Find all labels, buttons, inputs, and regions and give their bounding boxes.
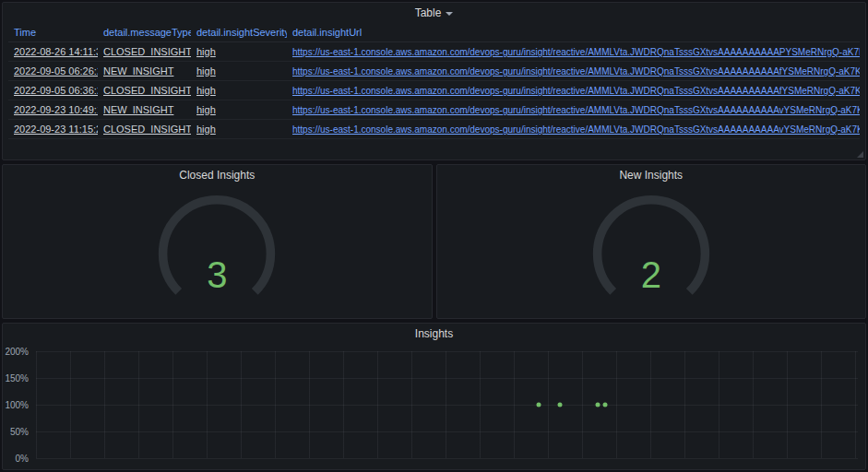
y-axis: 200%150%100%50%0% <box>3 351 30 458</box>
cell-time-link[interactable]: 2022-08-26 14:11:30 <box>14 46 98 57</box>
grid-line-horizontal <box>36 351 858 352</box>
table-row: 2022-09-23 11:15:29 CLOSED_INSIGHT high … <box>8 120 860 139</box>
cell-message-type-link[interactable]: NEW_INSIGHT <box>103 65 173 77</box>
new-insights-title: New Insights <box>619 169 683 182</box>
column-header-insight-url[interactable]: detail.insightUrl <box>287 23 860 42</box>
column-header-insight-severity[interactable]: detail.insightSeverity <box>191 23 287 42</box>
cell-insight-url-link[interactable]: https://us-east-1.console.aws.amazon.com… <box>292 47 860 57</box>
table-row: 2022-09-05 06:36:28 CLOSED_INSIGHT high … <box>8 81 860 100</box>
table-row: 2022-09-05 06:26:28 NEW_INSIGHT high htt… <box>8 62 860 81</box>
new-insights-panel-header[interactable]: New Insights <box>619 165 683 185</box>
gauge-row: Closed Insights 3 New Insights 2 <box>2 164 866 319</box>
grid-line-horizontal <box>36 405 858 406</box>
cell-severity-link[interactable]: high <box>196 124 216 135</box>
plot-area <box>36 351 858 458</box>
cell-insight-url-link[interactable]: https://us-east-1.console.aws.amazon.com… <box>292 105 860 115</box>
data-point <box>557 403 562 407</box>
cell-severity-link[interactable]: high <box>196 104 216 115</box>
column-header-message-type[interactable]: detail.messageType <box>98 23 191 42</box>
y-axis-tick-label: 150% <box>5 373 29 384</box>
closed-insights-gauge: 3 <box>148 187 286 314</box>
table-panel: Table Time detail.messageType detail.ins… <box>2 2 866 160</box>
cell-insight-url-link[interactable]: https://us-east-1.console.aws.amazon.com… <box>292 86 860 96</box>
y-axis-tick-label: 50% <box>10 427 29 437</box>
insights-chart: 200%150%100%50%0% <box>3 344 865 469</box>
cell-message-type-link[interactable]: NEW_INSIGHT <box>103 104 173 115</box>
y-axis-tick-label: 100% <box>5 400 29 410</box>
cell-time-link[interactable]: 2022-09-05 06:36:28 <box>14 85 98 96</box>
grid-line-horizontal <box>36 431 858 432</box>
table-panel-title: Table <box>415 6 442 19</box>
data-point <box>602 403 607 407</box>
cell-time-link[interactable]: 2022-09-05 06:26:28 <box>14 65 98 77</box>
cell-severity-link[interactable]: high <box>196 65 216 77</box>
data-point <box>537 403 541 407</box>
cell-message-type-link[interactable]: CLOSED_INSIGHT <box>103 124 191 135</box>
panel-resize-handle[interactable] <box>857 151 863 158</box>
table-panel-header[interactable]: Table <box>3 3 865 23</box>
gauge-arc-icon <box>582 187 720 314</box>
new-insights-panel: New Insights 2 <box>436 164 867 319</box>
y-axis-tick-label: 0% <box>16 454 29 464</box>
closed-insights-title: Closed Insights <box>179 169 255 182</box>
cell-insight-url-link[interactable]: https://us-east-1.console.aws.amazon.com… <box>292 124 860 135</box>
new-insights-gauge: 2 <box>582 187 720 314</box>
cell-message-type-link[interactable]: CLOSED_INSIGHT <box>103 46 191 57</box>
events-table: Time detail.messageType detail.insightSe… <box>8 23 860 139</box>
closed-insights-panel-header[interactable]: Closed Insights <box>179 165 255 185</box>
cell-insight-url-link[interactable]: https://us-east-1.console.aws.amazon.com… <box>292 66 860 77</box>
grafana-dashboard: Table Time detail.messageType detail.ins… <box>0 0 868 472</box>
table-row: 2022-09-23 10:49:12 NEW_INSIGHT high htt… <box>8 100 860 120</box>
data-point <box>596 403 600 407</box>
table-container: Time detail.messageType detail.insightSe… <box>3 23 865 159</box>
grid-line-horizontal <box>36 458 858 459</box>
insights-panel-header[interactable]: Insights <box>3 324 865 344</box>
cell-time-link[interactable]: 2022-09-23 11:15:29 <box>14 124 98 135</box>
insights-panel: Insights 200%150%100%50%0% <box>2 323 866 470</box>
y-axis-tick-label: 200% <box>5 347 29 357</box>
insights-panel-title: Insights <box>415 327 453 340</box>
table-row: 2022-08-26 14:11:30 CLOSED_INSIGHT high … <box>8 42 860 62</box>
cell-time-link[interactable]: 2022-09-23 10:49:12 <box>14 104 98 115</box>
chevron-down-icon <box>446 12 453 16</box>
gauge-arc-icon <box>148 187 286 314</box>
cell-severity-link[interactable]: high <box>196 85 216 96</box>
gauge-value: 3 <box>148 256 286 293</box>
column-header-time[interactable]: Time <box>8 23 98 42</box>
gauge-value: 2 <box>582 256 720 293</box>
cell-message-type-link[interactable]: CLOSED_INSIGHT <box>103 85 191 96</box>
grid-line-horizontal <box>36 378 858 379</box>
cell-severity-link[interactable]: high <box>196 46 216 57</box>
table-header-row: Time detail.messageType detail.insightSe… <box>8 23 860 42</box>
closed-insights-panel: Closed Insights 3 <box>2 164 433 319</box>
